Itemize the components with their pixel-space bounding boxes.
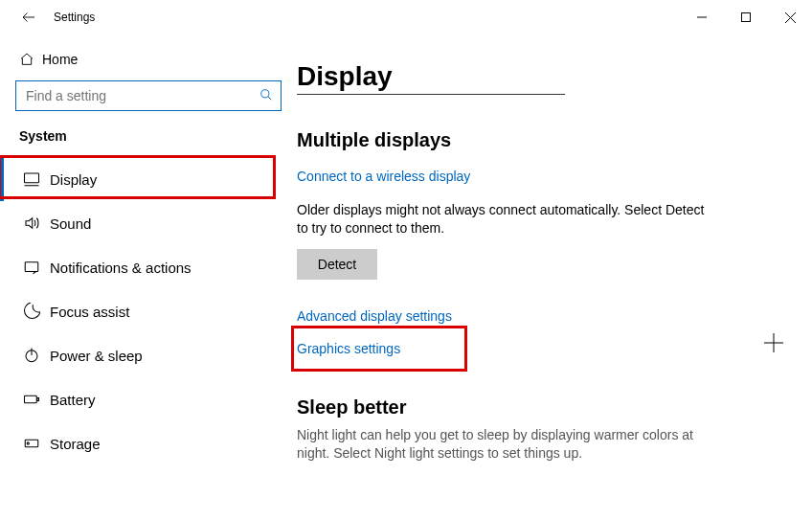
sidebar-item-battery[interactable]: Battery [0, 377, 297, 421]
power-icon [23, 347, 50, 364]
svg-point-4 [261, 89, 269, 97]
svg-rect-12 [37, 398, 39, 401]
search-icon [259, 88, 273, 104]
link-advanced-display[interactable]: Advanced display settings [297, 308, 452, 324]
display-icon [23, 170, 50, 188]
title-underline [297, 94, 565, 95]
section-sleep-better: Sleep better [297, 396, 783, 418]
search-input-wrap[interactable] [15, 80, 282, 111]
sidebar-item-label: Storage [50, 436, 101, 452]
sleep-better-description: Night light can help you get to sleep by… [297, 426, 709, 463]
svg-rect-8 [25, 262, 38, 272]
sidebar-item-label: Notifications & actions [50, 260, 192, 276]
svg-rect-6 [25, 173, 39, 183]
sidebar-item-focus-assist[interactable]: Focus assist [0, 289, 297, 333]
titlebar: Settings [0, 0, 812, 34]
battery-icon [23, 391, 50, 408]
sidebar-home-label: Home [42, 52, 78, 67]
svg-rect-11 [25, 396, 37, 403]
detect-button[interactable]: Detect [297, 249, 377, 280]
back-button[interactable] [11, 9, 46, 26]
sidebar-item-label: Battery [50, 392, 96, 408]
window-controls [680, 3, 812, 32]
sidebar-item-label: Power & sleep [50, 348, 143, 364]
notifications-icon [23, 259, 50, 276]
svg-rect-1 [742, 13, 751, 22]
sidebar-item-sound[interactable]: Sound [0, 201, 297, 245]
sidebar-item-storage[interactable]: Storage [0, 421, 297, 465]
focus-assist-icon [23, 303, 50, 320]
svg-line-5 [268, 96, 272, 100]
maximize-button[interactable] [724, 3, 768, 32]
sidebar-item-label: Sound [50, 215, 91, 232]
content: Display Multiple displays Connect to a w… [297, 34, 812, 520]
sidebar-home[interactable]: Home [0, 40, 297, 79]
page-title: Display [297, 61, 783, 92]
link-graphics-settings[interactable]: Graphics settings [297, 341, 400, 356]
sidebar-item-power-sleep[interactable]: Power & sleep [0, 333, 297, 377]
minimize-button[interactable] [680, 3, 724, 32]
sidebar-category: System [0, 119, 297, 157]
link-wireless-display[interactable]: Connect to a wireless display [297, 169, 470, 184]
sound-icon [23, 215, 50, 232]
sidebar-item-label: Display [50, 171, 97, 188]
section-multiple-displays: Multiple displays [297, 129, 783, 151]
storage-icon [23, 435, 50, 452]
svg-point-14 [27, 442, 29, 444]
home-icon [19, 52, 42, 67]
sidebar-item-notifications[interactable]: Notifications & actions [0, 245, 297, 289]
search-input[interactable] [24, 87, 259, 104]
sidebar-item-display[interactable]: Display [0, 157, 297, 201]
sidebar-item-label: Focus assist [50, 304, 129, 320]
detect-description: Older displays might not always connect … [297, 201, 709, 237]
close-button[interactable] [768, 3, 812, 32]
sidebar: Home System Display Sou [0, 34, 297, 520]
app-title: Settings [54, 11, 95, 24]
